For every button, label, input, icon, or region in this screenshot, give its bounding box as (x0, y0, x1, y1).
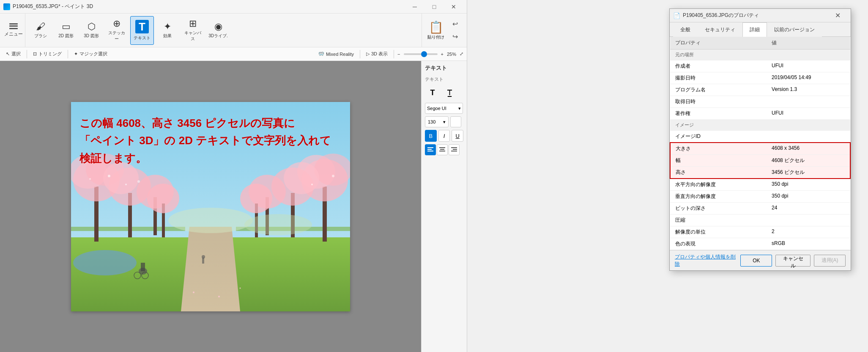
underline-button[interactable]: U (452, 130, 463, 142)
property-value: 350 dpi (767, 191, 850, 203)
property-name: 大きさ (670, 143, 767, 155)
font-select-arrow: ▾ (458, 106, 461, 111)
magic-select-icon: ✦ (74, 51, 78, 57)
trim-tool[interactable]: ⊡ トリミング (30, 50, 64, 58)
property-name: 水平方向の解像度 (670, 179, 767, 191)
brush-label: ブラシ (34, 33, 47, 39)
align-right-icon (451, 147, 457, 152)
svg-marker-3 (181, 227, 240, 311)
undo-button[interactable]: ↩ (448, 18, 462, 30)
effects-icon: ✦ (164, 22, 171, 31)
bold-button[interactable]: B (425, 130, 437, 142)
toolbar2-separator-2 (68, 50, 68, 58)
dialog-close-button[interactable]: ✕ (828, 9, 847, 22)
align-right-button[interactable] (449, 144, 460, 155)
property-name: 解像度の単位 (670, 226, 767, 238)
paste-button[interactable]: 📋 貼り付け (425, 16, 446, 45)
italic-button[interactable]: I (438, 130, 450, 142)
ribbon-toolbar: メニュー 🖌 ブラシ ▭ 2D 図形 ⬡ 3D 図形 ⊕ ステッカー (0, 14, 467, 47)
zoom-slider[interactable] (404, 53, 438, 55)
dialog-titlebar: 📄 P190405_6536.JPGのプロパティ ✕ (670, 9, 851, 22)
zoom-slider-container[interactable] (404, 53, 438, 55)
tab-details[interactable]: 詳細 (742, 22, 767, 37)
trim-label: トリミング (38, 51, 62, 57)
redo-button[interactable]: ↪ (448, 31, 462, 43)
ok-button[interactable]: OK (740, 255, 772, 267)
apply-button[interactable]: 適用(A) (814, 255, 846, 267)
tool-effects[interactable]: ✦ 効果 (156, 16, 179, 45)
paint3d-app-icon (3, 3, 10, 10)
view-3d-button[interactable]: ▷ 3D 表示 (364, 50, 390, 58)
svg-point-29 (89, 178, 91, 180)
tool-3d[interactable]: ⬡ 3D 図形 (79, 16, 103, 45)
dialog-title: P190405_6536.JPGのプロパティ (683, 12, 828, 19)
trim-icon: ⊡ (33, 51, 37, 57)
maximize-button[interactable]: □ (424, 0, 444, 14)
mixed-reality-button[interactable]: 🥽 Mixed Reality (316, 50, 356, 58)
canvas-text-line3: 検証します。 (79, 150, 331, 168)
property-name: プログラム名 (670, 84, 767, 96)
font-size-select[interactable]: 130 ▾ (425, 116, 449, 127)
menu-label: メニュー (4, 31, 23, 37)
canvas-image[interactable]: この幅 4608、高さ 3456 ピクセルの写真に 「ペイント 3D」の 2D … (71, 102, 350, 311)
zoom-expand-icon[interactable]: ⤢ (460, 51, 463, 57)
property-name: 色の表現 (670, 238, 767, 250)
font-select[interactable]: Segoe UI ▾ (425, 103, 463, 114)
font-size-value: 130 (428, 119, 435, 124)
property-name: 高さ (670, 167, 767, 179)
dialog-footer: プロパティや個人情報を削除 OK キャンセル 適用(A) (670, 250, 851, 270)
property-value: 4608 ピクセル (767, 155, 850, 167)
property-name: 作成者 (670, 60, 767, 72)
right-area: 📄 P190405_6536.JPGのプロパティ ✕ 全般 セキュリティ 詳細 … (467, 0, 868, 352)
property-value: 350 dpi (767, 179, 850, 191)
magic-select-tool[interactable]: ✦ マジック選択 (71, 50, 110, 58)
property-name: 圧縮 (670, 214, 767, 226)
minimize-button[interactable]: ─ (405, 0, 424, 14)
zoom-minus-icon[interactable]: − (397, 52, 400, 57)
svg-point-16 (147, 184, 179, 213)
property-value: Version 1.3 (767, 84, 850, 96)
tool-brush[interactable]: 🖌 ブラシ (29, 16, 52, 45)
remove-properties-link[interactable]: プロパティや個人情報を削除 (675, 253, 737, 268)
tab-security[interactable]: セキュリティ (698, 22, 742, 37)
properties-dialog: 📄 P190405_6536.JPGのプロパティ ✕ 全般 セキュリティ 詳細 … (669, 8, 851, 271)
toolbar2-separator-1 (27, 50, 27, 58)
align-left-button[interactable] (425, 144, 436, 155)
mixed-reality-icon: 🥽 (318, 51, 324, 57)
mixed-reality-label: Mixed Reality (326, 52, 354, 57)
menu-button[interactable]: メニュー (2, 14, 25, 47)
property-name: イメージID (670, 131, 767, 143)
align-center-icon (439, 147, 445, 152)
align-center-button[interactable] (437, 144, 448, 155)
font-color-picker[interactable] (450, 116, 461, 127)
svg-point-27 (240, 184, 272, 213)
tool-sticker[interactable]: ⊕ ステッカー (105, 16, 129, 45)
undo-redo-group: ↩ ↪ (448, 18, 462, 43)
select-label: 選択 (11, 51, 21, 57)
svg-point-31 (137, 180, 140, 183)
tab-previous-versions[interactable]: 以前のバージョン (767, 22, 822, 37)
3d-icon: ⬡ (88, 22, 96, 31)
tool-2d[interactable]: ▭ 2D 図形 (54, 16, 78, 45)
svg-rect-35 (141, 263, 145, 271)
canvas-text-line2: 「ペイント 3D」の 2D テキストで文字列を入れて (79, 132, 331, 150)
cancel-button[interactable]: キャンセル (775, 255, 810, 267)
tool-text[interactable]: T テキスト (130, 16, 154, 45)
section-header: イメージ (670, 120, 850, 131)
text-add-button[interactable]: T (425, 85, 440, 100)
titlebar-controls: ─ □ ✕ (405, 0, 463, 14)
select-tool[interactable]: ↖ 選択 (3, 50, 23, 58)
tool-3dview[interactable]: ◉ 3Dライブ. (206, 16, 230, 45)
secondary-toolbar: ↖ 選択 ⊡ トリミング ✦ マジック選択 🥽 Mixed Reality ▷ … (0, 47, 467, 61)
sticker-label: ステッカー (107, 30, 127, 42)
tool-canvas[interactable]: ⊞ キャンバス (181, 16, 205, 45)
text-style-button[interactable]: T̲ (442, 85, 457, 100)
tab-general[interactable]: 全般 (673, 22, 698, 37)
close-button[interactable]: ✕ (444, 0, 463, 14)
zoom-plus-icon[interactable]: + (441, 52, 444, 57)
canvas-container[interactable]: この幅 4608、高さ 3456 ピクセルの写真に 「ペイント 3D」の 2D … (0, 61, 421, 352)
ribbon-right-group: 📋 貼り付け ↩ ↪ (422, 14, 465, 47)
canvas-area: この幅 4608、高さ 3456 ピクセルの写真に 「ペイント 3D」の 2D … (0, 61, 467, 352)
property-value (767, 131, 850, 143)
format-row: B I U (425, 130, 463, 142)
